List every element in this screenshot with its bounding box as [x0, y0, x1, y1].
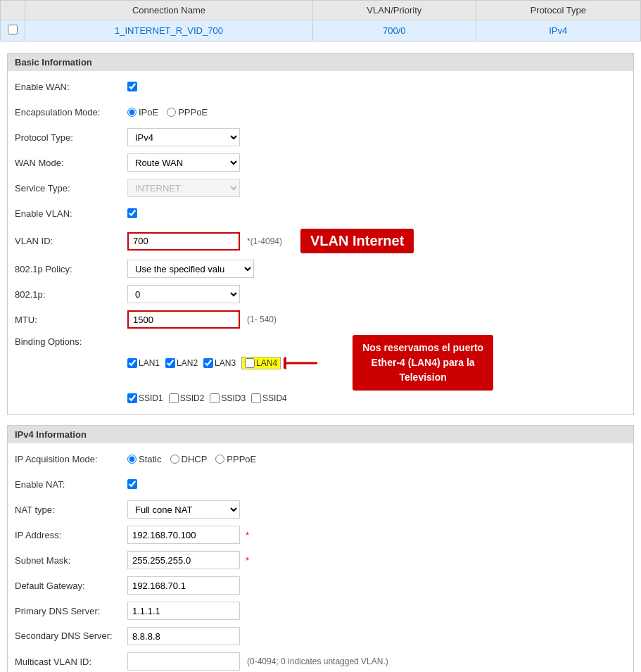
vlan-id-label: VLAN ID:	[15, 236, 127, 246]
col-protocol-type: Protocol Type	[476, 1, 640, 20]
vlan-id-row: VLAN ID: 700 *(1-4094) VLAN Internet	[15, 229, 626, 253]
static-label: Static	[139, 454, 162, 464]
ipoe-label: IPoE	[139, 107, 158, 118]
lan4-checkbox[interactable]	[245, 358, 255, 368]
protocol-type-label: Protocol Type:	[15, 132, 127, 143]
dhcp-radio-item[interactable]: DHCP	[170, 454, 208, 464]
encap-mode-row: Encapsulation Mode: IPoE PPPoE	[15, 102, 626, 122]
vlan-priority-cell: 700/0	[312, 20, 476, 42]
enable-nat-checkbox[interactable]	[127, 479, 137, 489]
policy-802-1p-label: 802.1p Policy:	[15, 264, 127, 274]
ssid4-checkbox[interactable]	[251, 393, 261, 403]
row-checkbox[interactable]	[8, 25, 18, 34]
ssid1-checkbox[interactable]	[127, 393, 137, 403]
binding-lan2[interactable]: LAN2	[165, 358, 198, 368]
binding-options-label: Binding Options:	[15, 335, 127, 347]
ssid4-label: SSID4	[262, 393, 287, 403]
service-type-select[interactable]: INTERNET	[127, 179, 240, 197]
dot1p-label: 802.1p:	[15, 289, 127, 300]
ssid3-checkbox[interactable]	[210, 393, 220, 403]
lan3-label: LAN3	[215, 358, 236, 368]
subnet-mask-row: Subnet Mask: *	[15, 550, 626, 570]
pppoe-radio-item[interactable]: PPPoE	[167, 107, 208, 118]
ssid3-label: SSID3	[221, 393, 246, 403]
ssid2-label: SSID2	[180, 393, 205, 403]
binding-lan4[interactable]: LAN4	[241, 357, 281, 369]
enable-wan-checkbox[interactable]	[127, 82, 137, 91]
dhcp-radio[interactable]	[170, 455, 179, 464]
ip-address-label: IP Address:	[15, 530, 127, 540]
connection-table: Connection Name VLAN/Priority Protocol T…	[0, 0, 641, 42]
binding-ssid3[interactable]: SSID3	[210, 393, 246, 403]
vlan-id-input[interactable]: 700	[127, 232, 240, 251]
mtu-label: MTU:	[15, 315, 127, 325]
ssid2-checkbox[interactable]	[169, 393, 179, 403]
binding-ssid2[interactable]: SSID2	[169, 393, 205, 403]
ipoe-radio-item[interactable]: IPoE	[127, 107, 158, 118]
static-radio-item[interactable]: Static	[127, 454, 162, 464]
lan1-checkbox[interactable]	[127, 358, 137, 368]
dot1p-row: 802.1p: 0	[15, 284, 626, 304]
lan4-label: LAN4	[256, 358, 277, 368]
binding-ssid4[interactable]: SSID4	[251, 393, 287, 403]
default-gateway-label: Default Gateway:	[15, 581, 127, 591]
col-connection-name: Connection Name	[25, 1, 313, 20]
service-type-label: Service Type:	[15, 183, 127, 194]
lan2-checkbox[interactable]	[165, 358, 175, 368]
ip-address-input[interactable]	[127, 526, 240, 544]
primary-dns-row: Primary DNS Server:	[15, 601, 626, 621]
policy-802-1p-row: 802.1p Policy: Use the specified valu	[15, 259, 626, 279]
nat-type-select[interactable]: Full cone NAT	[127, 500, 240, 519]
ipv4-info-header: IPv4 Information	[8, 426, 633, 443]
enable-wan-label: Enable WAN:	[15, 82, 127, 92]
subnet-mask-label: Subnet Mask:	[15, 555, 127, 566]
secondary-dns-row: Secondary DNS Server:	[15, 626, 626, 646]
protocol-type-select[interactable]: IPv4	[127, 128, 240, 146]
policy-802-1p-select[interactable]: Use the specified valu	[127, 260, 254, 278]
pppoe-ipv4-label: PPPoE	[227, 454, 256, 464]
ip-acq-mode-row: IP Acquisition Mode: Static DHCP PPPoE	[15, 449, 626, 469]
binding-lan3[interactable]: LAN3	[203, 358, 236, 368]
pppoe-radio[interactable]	[167, 108, 176, 117]
subnet-mask-input[interactable]	[127, 551, 240, 569]
static-radio[interactable]	[127, 455, 137, 464]
ip-address-required: *	[246, 530, 249, 540]
enable-wan-row: Enable WAN:	[15, 77, 626, 96]
protocol-type-row: Protocol Type: IPv4	[15, 127, 626, 147]
default-gateway-input[interactable]	[127, 576, 240, 595]
enable-vlan-row: Enable VLAN:	[15, 203, 626, 223]
ipoe-radio[interactable]	[127, 108, 137, 117]
connection-name-cell: 1_INTERNET_R_VID_700	[25, 20, 313, 42]
binding-ssid1[interactable]: SSID1	[127, 393, 163, 403]
wan-mode-select[interactable]: Route WAN	[127, 153, 240, 172]
lan3-checkbox[interactable]	[203, 358, 213, 368]
primary-dns-input[interactable]	[127, 602, 240, 620]
mtu-input[interactable]	[127, 310, 240, 329]
enable-nat-label: Enable NAT:	[15, 479, 127, 490]
wan-mode-row: WAN Mode: Route WAN	[15, 153, 626, 172]
pppoe-ipv4-radio-item[interactable]: PPPoE	[215, 454, 256, 464]
binding-options-row: Binding Options: LAN1 LAN2	[15, 335, 626, 403]
pppoe-ipv4-radio[interactable]	[215, 455, 224, 464]
ssid1-label: SSID1	[139, 393, 163, 403]
nat-type-label: NAT type:	[15, 505, 127, 515]
secondary-dns-label: Secondary DNS Server:	[15, 630, 127, 642]
nat-type-row: NAT type: Full cone NAT	[15, 500, 626, 519]
enable-vlan-checkbox[interactable]	[127, 208, 137, 218]
vlan-callout: VLAN Internet	[300, 229, 414, 253]
pppoe-label: PPPoE	[178, 107, 208, 118]
enable-vlan-label: Enable VLAN:	[15, 208, 127, 219]
ip-acq-mode-label: IP Acquisition Mode:	[15, 454, 127, 464]
secondary-dns-input[interactable]	[127, 627, 240, 645]
binding-lan1[interactable]: LAN1	[127, 358, 160, 368]
service-type-row: Service Type: INTERNET	[15, 178, 626, 198]
arrow-icon	[284, 356, 319, 370]
table-row[interactable]: 1_INTERNET_R_VID_700 700/0 IPv4	[1, 20, 641, 42]
dot1p-select[interactable]: 0	[127, 285, 240, 303]
dhcp-label: DHCP	[182, 454, 208, 464]
col-checkbox	[1, 1, 25, 20]
protocol-type-cell: IPv4	[476, 20, 640, 42]
multicast-vlan-input[interactable]	[127, 652, 240, 671]
multicast-vlan-hint: (0-4094; 0 indicates untagged VLAN.)	[247, 657, 388, 666]
enable-nat-row: Enable NAT:	[15, 474, 626, 494]
